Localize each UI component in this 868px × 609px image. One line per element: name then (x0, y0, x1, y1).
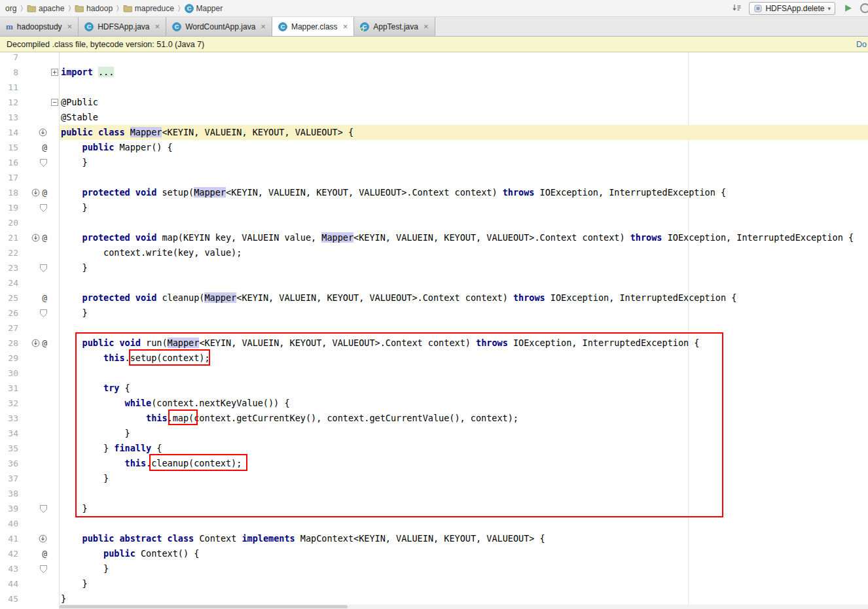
line-number[interactable]: 12 (0, 95, 18, 110)
code-line-39[interactable]: 39 } (0, 501, 868, 516)
code-line-28[interactable]: 28@ public void run(Mapper<KEYIN, VALUEI… (0, 336, 868, 351)
code-line-26[interactable]: 26 } (0, 305, 868, 321)
line-number[interactable]: 31 (0, 381, 18, 396)
line-number[interactable]: 36 (0, 456, 18, 471)
fold-collapse-icon[interactable] (50, 95, 59, 110)
code-line-25[interactable]: 25@ protected void cleanup(Mapper<KEYIN,… (0, 290, 868, 305)
annotation-marker-icon[interactable]: @ (42, 338, 47, 348)
fold-end-icon[interactable] (40, 159, 47, 167)
code-line-12[interactable]: 12@Public (0, 95, 868, 110)
code-line-36[interactable]: 36 this.cleanup(context); (0, 456, 868, 471)
code-line-19[interactable]: 19 } (0, 200, 868, 215)
line-number[interactable]: 43 (0, 561, 18, 576)
code-line-35[interactable]: 35 } finally { (0, 441, 868, 456)
code-line-20[interactable]: 20 (0, 215, 868, 230)
annotation-marker-icon[interactable]: @ (42, 143, 47, 152)
code-line-23[interactable]: 23 } (0, 260, 868, 275)
line-number[interactable]: 41 (0, 531, 18, 546)
line-number[interactable]: 13 (0, 110, 18, 125)
code-line-7[interactable]: 7 (0, 52, 868, 65)
line-number[interactable]: 25 (0, 290, 18, 305)
line-number[interactable]: 45 (0, 591, 18, 606)
code-editor[interactable]: 78import ...1112@Public13@Stable14public… (0, 52, 868, 609)
tab-HDFSApp.java[interactable]: CHDFSApp.java× (79, 17, 166, 36)
banner-link[interactable]: Do (856, 40, 867, 49)
close-icon[interactable]: × (261, 22, 266, 31)
clipped-toolbar-icon[interactable] (860, 3, 868, 13)
annotation-marker-icon[interactable]: @ (42, 188, 47, 198)
fold-end-icon[interactable] (40, 264, 47, 272)
line-number[interactable]: 7 (0, 52, 18, 65)
overridden-marker-icon[interactable] (31, 339, 40, 347)
tab-Mapper.class[interactable]: CMapper.class× (272, 17, 354, 36)
close-icon[interactable]: × (424, 22, 429, 31)
fold-end-icon[interactable] (40, 505, 47, 513)
annotation-marker-icon[interactable]: @ (42, 233, 47, 243)
code-line-29[interactable]: 29 this.setup(context); (0, 351, 868, 366)
code-line-37[interactable]: 37 } (0, 471, 868, 486)
code-line-31[interactable]: 31 try { (0, 381, 868, 396)
line-number[interactable]: 22 (0, 245, 18, 260)
fold-end-icon[interactable] (40, 565, 47, 573)
line-number[interactable]: 34 (0, 426, 18, 441)
code-line-14[interactable]: 14public class Mapper<KEYIN, VALUEIN, KE… (0, 125, 868, 140)
code-line-24[interactable]: 24 (0, 275, 868, 290)
line-number[interactable]: 30 (0, 366, 18, 381)
line-number[interactable]: 17 (0, 170, 18, 185)
code-line-13[interactable]: 13@Stable (0, 110, 868, 125)
line-number[interactable]: 33 (0, 411, 18, 426)
line-number[interactable]: 23 (0, 260, 18, 275)
horizontal-scrollbar[interactable] (60, 604, 868, 609)
line-number[interactable]: 19 (0, 200, 18, 215)
fold-expand-icon[interactable] (50, 65, 59, 80)
code-line-17[interactable]: 17 (0, 170, 868, 185)
tab-WordCountApp.java[interactable]: CWordCountApp.java× (166, 17, 272, 36)
code-line-18[interactable]: 18@ protected void setup(Mapper<KEYIN, V… (0, 185, 868, 200)
line-number[interactable]: 26 (0, 305, 18, 321)
line-number[interactable]: 27 (0, 321, 18, 336)
horizontal-scrollbar-thumb[interactable] (60, 605, 348, 608)
line-number[interactable]: 15 (0, 140, 18, 155)
line-number[interactable]: 29 (0, 351, 18, 366)
line-number[interactable]: 24 (0, 275, 18, 290)
code-line-34[interactable]: 34 } (0, 426, 868, 441)
overridden-marker-icon[interactable] (39, 534, 47, 543)
breadcrumb-item-mapreduce[interactable]: mapreduce (122, 4, 175, 13)
breadcrumb-item-Mapper[interactable]: CMapper (183, 4, 225, 13)
code-line-22[interactable]: 22 context.write(key, value); (0, 245, 868, 260)
run-button-icon[interactable] (842, 3, 854, 14)
code-line-15[interactable]: 15@ public Mapper() { (0, 140, 868, 155)
overridden-marker-icon[interactable] (31, 188, 40, 197)
line-number[interactable]: 37 (0, 471, 18, 486)
line-number[interactable]: 32 (0, 396, 18, 411)
line-number[interactable]: 20 (0, 215, 18, 230)
breadcrumb-item-hadoop[interactable]: hadoop (73, 4, 114, 13)
tab-hadoopstudy[interactable]: mhadoopstudy× (0, 17, 79, 36)
close-icon[interactable]: × (343, 22, 348, 31)
code-line-8[interactable]: 8import ... (0, 65, 868, 80)
code-line-21[interactable]: 21@ protected void map(KEYIN key, VALUEI… (0, 230, 868, 245)
line-number[interactable]: 8 (0, 65, 18, 80)
fold-end-icon[interactable] (40, 204, 47, 212)
line-number[interactable]: 11 (0, 80, 18, 95)
line-number[interactable]: 16 (0, 155, 18, 170)
code-line-11[interactable]: 11 (0, 80, 868, 95)
code-line-30[interactable]: 30 (0, 366, 868, 381)
line-number[interactable]: 14 (0, 125, 18, 140)
breadcrumb-item-apache[interactable]: apache (26, 4, 65, 13)
run-config-selector[interactable]: HDFSApp.delete ▾ (749, 2, 835, 15)
code-line-43[interactable]: 43 } (0, 561, 868, 576)
fold-end-icon[interactable] (40, 309, 47, 317)
annotation-marker-icon[interactable]: @ (42, 549, 47, 559)
close-icon[interactable]: × (67, 22, 73, 31)
annotation-marker-icon[interactable]: @ (42, 293, 47, 303)
code-line-16[interactable]: 16 } (0, 155, 868, 170)
line-number[interactable]: 39 (0, 501, 18, 516)
line-number[interactable]: 44 (0, 576, 18, 591)
line-number[interactable]: 42 (0, 546, 18, 561)
line-number[interactable]: 38 (0, 486, 18, 501)
code-line-32[interactable]: 32 while(context.nextKeyValue()) { (0, 396, 868, 411)
close-icon[interactable]: × (155, 22, 160, 31)
code-line-33[interactable]: 33 this.map(context.getCurrentKey(), con… (0, 411, 868, 426)
tab-AppTest.java[interactable]: CAppTest.java× (354, 17, 435, 36)
